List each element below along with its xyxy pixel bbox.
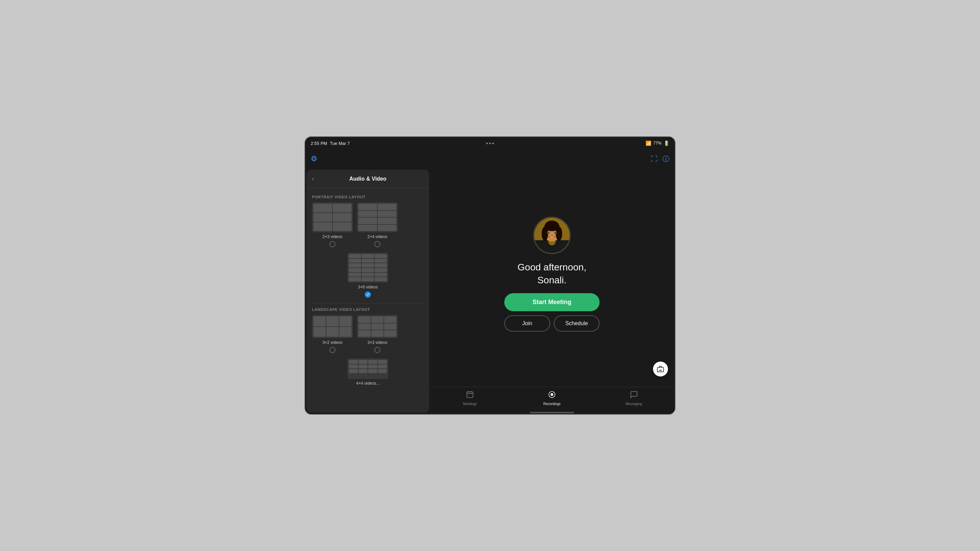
- floating-action-button[interactable]: [653, 362, 668, 376]
- layout-label-2x3: 2×3 videos: [323, 234, 342, 239]
- radio-3x2[interactable]: [329, 347, 336, 353]
- panel-body: PORTRAIT VIDEO LAYOUT 2×3 videos: [307, 188, 429, 413]
- info-icon[interactable]: ⓘ: [662, 154, 669, 164]
- device-frame: 2:55 PM Tue Mar 7 📶 77% 🔋 ⚙ ⛶ ⓘ ‹ Audio …: [305, 137, 675, 414]
- nav-messaging[interactable]: Messaging: [593, 391, 675, 406]
- panel-title: Audio & Video: [349, 176, 386, 182]
- bottom-nav: Meetings Recordings: [429, 387, 675, 411]
- user-avatar: [533, 217, 571, 254]
- status-right: 📶 77% 🔋: [646, 140, 669, 146]
- svg-point-12: [554, 232, 557, 234]
- messaging-icon: [630, 391, 638, 401]
- recordings-icon: [548, 391, 556, 401]
- nav-recordings[interactable]: Recordings: [511, 391, 593, 406]
- home-indicator-bar: [530, 412, 574, 413]
- battery-icon: 🔋: [663, 140, 669, 146]
- layout-option-4x4[interactable]: 4×4 videos...: [312, 359, 424, 386]
- svg-point-11: [547, 232, 550, 234]
- greeting-text: Good afternoon,Sonali.: [517, 261, 586, 287]
- landscape-section-label: LANDSCAPE VIDEO LAYOUT: [312, 308, 424, 311]
- section-divider: [312, 303, 424, 303]
- time-display: 2:55 PM: [311, 141, 327, 146]
- secondary-buttons: Join Schedule: [504, 315, 600, 332]
- layout-option-2x3[interactable]: 2×3 videos: [312, 202, 353, 247]
- radio-2x4[interactable]: [374, 241, 380, 247]
- svg-rect-14: [467, 392, 473, 398]
- landscape-layout-grid: 3×2 videos: [312, 315, 424, 353]
- schedule-button[interactable]: Schedule: [554, 315, 600, 332]
- radio-3x6[interactable]: [365, 292, 371, 298]
- dot-1: [486, 143, 488, 144]
- header-right: ⛶ ⓘ: [651, 154, 669, 164]
- meetings-icon: [466, 391, 474, 401]
- layout-option-3x3[interactable]: 3×3 videos: [357, 315, 398, 353]
- dot-3: [492, 143, 494, 144]
- join-button[interactable]: Join: [504, 315, 550, 332]
- action-buttons: Start Meeting Join Schedule: [504, 293, 600, 332]
- avatar-svg: [534, 218, 570, 253]
- status-bar: 2:55 PM Tue Mar 7 📶 77% 🔋: [305, 137, 675, 149]
- layout-label-3x2: 3×2 videos: [323, 340, 342, 345]
- layout-label-2x4: 2×4 videos: [368, 234, 387, 239]
- three-dots: [486, 143, 494, 144]
- status-left: 2:55 PM Tue Mar 7: [311, 141, 350, 146]
- panel-header: ‹ Audio & Video: [307, 170, 429, 188]
- svg-point-13: [550, 234, 553, 236]
- grid-preview-3x6: [347, 253, 388, 283]
- nav-meetings[interactable]: Meetings: [429, 391, 511, 406]
- settings-gear-button[interactable]: ⚙: [311, 154, 318, 163]
- grid-preview-4x4: [347, 359, 388, 379]
- recordings-label: Recordings: [543, 402, 561, 406]
- date-display: Tue Mar 7: [330, 141, 350, 146]
- messaging-label: Messaging: [626, 402, 642, 406]
- grid-preview-3x2: [312, 315, 353, 338]
- portrait-section-label: PORTRAIT VIDEO LAYOUT: [312, 195, 424, 199]
- home-indicator: [429, 411, 675, 414]
- svg-point-8: [545, 221, 559, 230]
- back-button[interactable]: ‹: [312, 175, 314, 182]
- floating-button-icon: [657, 365, 664, 373]
- radio-2x3[interactable]: [329, 241, 336, 247]
- dot-2: [489, 143, 491, 144]
- layout-label-3x3: 3×3 videos: [368, 340, 387, 345]
- grid-preview-3x3: [357, 315, 398, 338]
- layout-option-3x6[interactable]: 3×6 videos: [312, 253, 424, 298]
- main-content: ‹ Audio & Video PORTRAIT VIDEO LAYOUT: [305, 168, 675, 414]
- battery-percent: 77%: [653, 141, 662, 146]
- home-panel: Good afternoon,Sonali. Start Meeting Joi…: [429, 168, 675, 414]
- layout-option-3x2[interactable]: 3×2 videos: [312, 315, 353, 353]
- layout-option-2x4[interactable]: 2×4 videos: [357, 202, 398, 247]
- header-toolbar: ⚙ ⛶ ⓘ: [305, 149, 675, 168]
- start-meeting-button[interactable]: Start Meeting: [504, 293, 600, 311]
- svg-rect-20: [657, 367, 663, 372]
- svg-point-19: [550, 393, 553, 396]
- settings-panel: ‹ Audio & Video PORTRAIT VIDEO LAYOUT: [307, 170, 429, 413]
- wifi-icon: 📶: [646, 140, 651, 146]
- layout-label-4x4: 4×4 videos...: [356, 381, 379, 386]
- meetings-label: Meetings: [463, 402, 477, 406]
- grid-preview-2x4: [357, 202, 398, 232]
- fullscreen-icon[interactable]: ⛶: [651, 155, 658, 163]
- home-main: Good afternoon,Sonali. Start Meeting Joi…: [429, 168, 675, 387]
- grid-preview-2x3: [312, 202, 353, 232]
- portrait-layout-grid: 2×3 videos: [312, 202, 424, 247]
- radio-3x3[interactable]: [374, 347, 380, 353]
- layout-label-3x6: 3×6 videos: [358, 285, 378, 289]
